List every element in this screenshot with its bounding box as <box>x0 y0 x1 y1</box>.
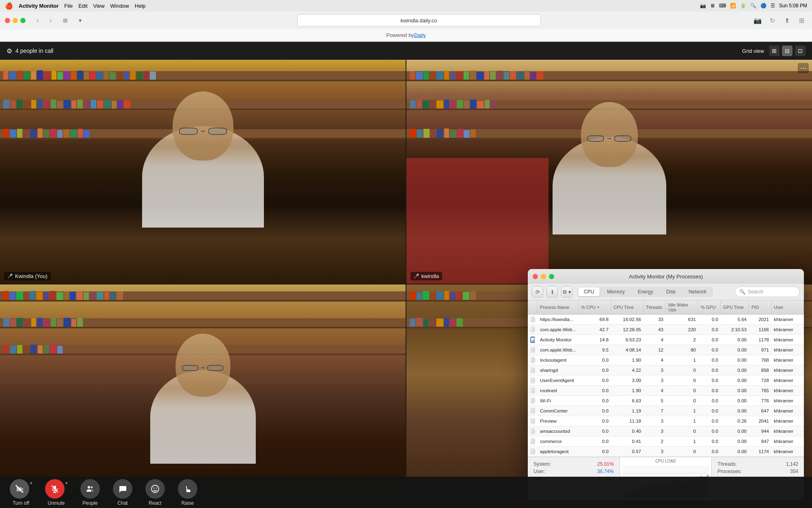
am-gear-button[interactable]: ⚙ ▾ <box>561 286 572 297</box>
th-pid[interactable]: PID <box>749 300 771 314</box>
table-row[interactable]: ⚪ Preview 0.0 11.18 3 1 0.0 0.26 2041 kh… <box>528 416 804 426</box>
td-pid: 1166 <box>749 325 771 334</box>
td-name: commerce <box>538 436 579 446</box>
share-button[interactable]: ⬆ <box>781 15 793 26</box>
browser-toolbar: ‹ › ⊞ ▾ kwindla.daily.co 📷 ↻ ⬆ ⊞ <box>0 11 812 29</box>
tab-overview-button[interactable]: ⊞ <box>60 15 71 26</box>
am-tab-disk[interactable]: Disk <box>661 287 681 296</box>
td-icon: ⚪ <box>528 355 538 365</box>
view-list-button[interactable]: ⊞ <box>769 46 780 56</box>
td-icon: ⚪ <box>528 406 538 416</box>
am-tab-energy[interactable]: Energy <box>632 287 659 296</box>
table-row[interactable]: ⚪ commerce 0.0 0.41 2 1 0.0 0.00 847 khk… <box>528 436 804 447</box>
td-icon: ⚪ <box>528 396 538 406</box>
settings-icon[interactable]: ⚙ <box>6 47 12 55</box>
camera-off-btn[interactable]: ▾ Turn off <box>10 479 32 506</box>
camera-toggle[interactable]: 📷 <box>752 15 763 26</box>
control-center-icon[interactable]: ☰ <box>771 3 775 9</box>
td-cpu-time: 1.90 <box>611 386 644 395</box>
table-row[interactable]: ⚪ appletoragent 0.0 0.57 3 0 0.0 0.00 11… <box>528 447 804 457</box>
participant-name-1: Kwindla (You) <box>15 273 48 279</box>
menubar-right: 📷 🖥 ⌨ 📶 🔋 🔍 🔵 ☰ Sun 5:08 PM <box>700 3 807 9</box>
td-user: khkramer <box>771 355 804 365</box>
td-user: khkramer <box>771 406 804 416</box>
app-menu[interactable]: Activity Monitor <box>19 3 58 9</box>
table-row[interactable]: ⚪ routined 0.0 1.90 4 0 0.0 0.00 765 khk… <box>528 386 804 396</box>
window-menu[interactable]: Window <box>110 3 129 9</box>
table-row[interactable]: ⚪ amsaccountsd 0.0 0.40 3 0 0.0 0.00 944… <box>528 426 804 436</box>
td-pid: 1178 <box>749 335 771 345</box>
back-button[interactable]: ‹ <box>32 15 43 26</box>
td-idle: 1 <box>666 416 698 426</box>
td-icon: ⚪ <box>528 426 538 436</box>
react-btn[interactable]: React <box>145 479 165 506</box>
user-value: 36.74% <box>597 469 614 474</box>
td-name: amsaccountsd <box>538 426 579 436</box>
daily-link[interactable]: Daily <box>414 32 426 38</box>
am-search[interactable]: 🔍 Search <box>735 287 800 297</box>
battery-icon: 🔋 <box>740 3 746 9</box>
table-row[interactable]: ⚪ https://kwindla... 69.8 16:02.56 33 63… <box>528 315 804 325</box>
video-cell-2: 🎤 kwindla ··· <box>406 60 812 284</box>
table-row[interactable]: ⚪ CommCenter 0.0 1.19 7 1 0.0 0.00 647 k… <box>528 406 804 416</box>
am-tab-memory[interactable]: Memory <box>601 287 630 296</box>
apple-menu[interactable]: 🍎 <box>5 2 13 10</box>
table-row[interactable]: ⚪ sharingd 0.0 4.22 3 0 0.0 0.00 858 khk… <box>528 365 804 376</box>
th-idle-wake[interactable]: Idle Wake Ups <box>666 300 698 314</box>
table-row[interactable]: ⚪ com.apple.Web... 42.7 12:28.05 43 220 … <box>528 325 804 335</box>
am-tab-cpu[interactable]: CPU <box>578 287 600 296</box>
unmute-btn[interactable]: ▾ Unmute <box>45 479 67 506</box>
th-threads[interactable]: Threads <box>644 300 666 314</box>
help-menu[interactable]: Help <box>135 3 146 9</box>
th-gpu-time[interactable]: GPU Time <box>721 300 749 314</box>
reload-button[interactable]: ↻ <box>767 15 778 26</box>
table-row[interactable]: ⚪ lockoutagent 0.0 1.90 4 1 0.0 0.00 768… <box>528 355 804 365</box>
th-process-name[interactable]: Process Name <box>538 300 579 314</box>
am-close-button[interactable] <box>533 274 538 279</box>
table-row[interactable]: 📊 Activity Monitor 14.8 6:53.23 4 2 0.0 … <box>528 335 804 345</box>
table-row[interactable]: ⚪ UserEventAgent 0.0 3.00 3 0 0.0 0.00 7… <box>528 376 804 386</box>
more-options-2[interactable]: ··· <box>798 63 809 73</box>
td-idle: 0 <box>666 376 698 385</box>
td-name: UserEventAgent <box>538 376 579 385</box>
am-info-button[interactable]: ℹ <box>546 286 558 297</box>
th-user[interactable]: User <box>771 300 804 314</box>
th-cpu[interactable]: % CPU ▼ <box>579 300 611 314</box>
address-bar[interactable]: kwindla.daily.co <box>297 14 541 26</box>
td-gpu-time: 0.00 <box>721 406 749 416</box>
am-tab-network[interactable]: Network <box>683 287 712 296</box>
forward-button[interactable]: › <box>45 15 56 26</box>
td-gpu: 0.0 <box>698 325 721 334</box>
th-cpu-time[interactable]: CPU Time <box>611 300 644 314</box>
td-gpu-time: 2:10.53 <box>721 325 749 334</box>
people-btn[interactable]: People <box>80 479 100 506</box>
processes-value: 354 <box>790 469 798 474</box>
close-button[interactable] <box>5 18 10 23</box>
td-user: khkramer <box>771 315 804 324</box>
siri-icon[interactable]: 🔵 <box>760 3 767 9</box>
file-menu[interactable]: File <box>64 3 73 9</box>
video-cell-3 <box>0 284 406 508</box>
maximize-button[interactable] <box>20 18 26 23</box>
am-zoom-button[interactable] <box>549 274 554 279</box>
view-menu[interactable]: View <box>93 3 105 9</box>
search-icon[interactable]: 🔍 <box>750 3 756 9</box>
am-minimize-button[interactable] <box>541 274 546 279</box>
td-icon: ⚪ <box>528 386 538 395</box>
am-stop-button[interactable]: ⟳ <box>532 286 543 297</box>
minimize-button[interactable] <box>13 18 18 23</box>
th-gpu[interactable]: % GPU <box>698 300 721 314</box>
search-icon: 🔍 <box>739 289 745 295</box>
reader-button[interactable]: ⊞ <box>796 15 807 26</box>
td-cpu-time: 16:02.56 <box>611 315 644 324</box>
edit-menu[interactable]: Edit <box>78 3 87 9</box>
tab-arrow-button[interactable]: ▾ <box>74 15 86 26</box>
view-more-button[interactable]: ⊡ <box>795 46 806 56</box>
chat-btn[interactable]: Chat <box>113 479 132 506</box>
td-idle: 0 <box>666 396 698 406</box>
chart-title: CPU LOAD <box>655 459 676 463</box>
table-row[interactable]: ⚪ Wi-Fi 0.0 6.63 5 0 0.0 0.00 776 khkram… <box>528 396 804 406</box>
view-grid-button[interactable]: ⊟ <box>782 46 793 56</box>
table-row[interactable]: ⚪ com.apple.Web... 9.5 4:08.14 12 80 0.0… <box>528 345 804 355</box>
raise-btn[interactable]: Raise <box>178 479 197 506</box>
